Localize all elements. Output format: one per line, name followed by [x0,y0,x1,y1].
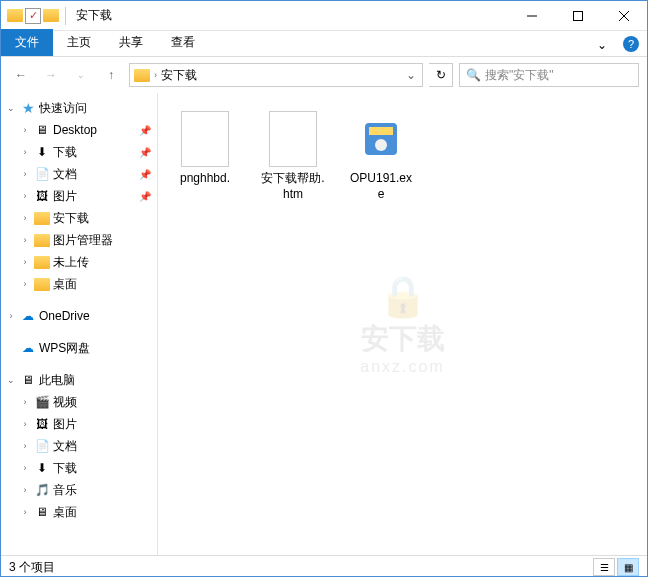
maximize-button[interactable] [555,1,601,31]
sidebar-item[interactable]: › 🎵 音乐 [1,479,157,501]
chevron-right-icon[interactable]: › [19,235,31,245]
chevron-right-icon[interactable]: › [19,397,31,407]
ribbon-tabs: 文件 主页 共享 查看 ⌄ ? [1,31,647,57]
back-button[interactable]: ← [9,63,33,87]
sidebar-item[interactable]: › 未上传 [1,251,157,273]
folder-icon [33,256,51,269]
statusbar: 3 个项目 ☰ ▦ [1,555,647,577]
sidebar-item[interactable]: › 📄 文档 [1,435,157,457]
file-name: pnghhbd. [180,171,230,187]
svg-rect-1 [574,11,583,20]
tab-home[interactable]: 主页 [53,29,105,56]
up-button[interactable]: ↑ [99,63,123,87]
chevron-right-icon[interactable]: › [19,441,31,451]
picture-icon: 🖼 [33,417,51,431]
help-icon[interactable]: ? [623,36,639,52]
folder-icon [33,212,51,225]
chevron-right-icon[interactable]: › [19,485,31,495]
file-name: 安下载帮助.htm [260,171,326,202]
pin-icon: 📌 [139,125,151,136]
chevron-right-icon[interactable]: › [19,463,31,473]
pin-icon: 📌 [139,191,151,202]
window-title: 安下载 [72,7,112,24]
document-icon: 📄 [33,167,51,181]
chevron-right-icon[interactable]: › [19,507,31,517]
sidebar-item[interactable]: › 安下载 [1,207,157,229]
chevron-right-icon[interactable]: › [19,213,31,223]
sidebar-item[interactable]: › 🎬 视频 [1,391,157,413]
sidebar-item[interactable]: › 桌面 [1,273,157,295]
desktop-icon: 🖥 [33,123,51,137]
sidebar-onedrive[interactable]: › ☁ OneDrive [1,305,157,327]
sidebar-item[interactable]: › 📄 文档 📌 [1,163,157,185]
pin-icon: 📌 [139,169,151,180]
ribbon-expand-icon[interactable]: ⌄ [589,34,615,56]
close-button[interactable] [601,1,647,31]
watermark: 🔒 安下载 anxz.com [360,273,444,376]
file-item[interactable]: pnghhbd. [168,107,242,206]
sidebar-item[interactable]: › 🖼 图片 📌 [1,185,157,207]
view-details-button[interactable]: ☰ [593,558,615,576]
file-icon [181,111,229,167]
desktop-icon: 🖥 [33,505,51,519]
file-view[interactable]: pnghhbd.安下载帮助.htmOPU191.exe 🔒 安下载 anxz.c… [158,93,647,555]
titlebar: ✓ 安下载 [1,1,647,31]
navbar: ← → ⌄ ↑ › 安下载 ⌄ ↻ 🔍 搜索"安下载" [1,57,647,93]
chevron-right-icon[interactable]: › [19,169,31,179]
sidebar-item[interactable]: › 图片管理器 [1,229,157,251]
picture-icon: 🖼 [33,189,51,203]
cloud-icon: ☁ [19,309,37,323]
tab-share[interactable]: 共享 [105,29,157,56]
item-count: 3 个项目 [9,559,55,576]
folder-icon[interactable] [7,9,23,22]
breadcrumb-segment[interactable]: 安下载 [157,67,201,84]
chevron-right-icon[interactable]: › [19,191,31,201]
cloud-icon: ☁ [19,341,37,355]
chevron-right-icon[interactable]: › [19,125,31,135]
sidebar-quickaccess[interactable]: ⌄ ★ 快速访问 [1,97,157,119]
chevron-right-icon[interactable]: › [5,311,17,321]
pc-icon: 🖥 [19,373,37,387]
search-input[interactable]: 🔍 搜索"安下载" [459,63,639,87]
chevron-down-icon[interactable]: ⌄ [5,103,17,113]
address-dropdown-icon[interactable]: ⌄ [400,68,422,82]
sidebar-item[interactable]: › 🖼 图片 [1,413,157,435]
tab-view[interactable]: 查看 [157,29,209,56]
chevron-right-icon[interactable]: › [19,257,31,267]
sidebar-item[interactable]: › ⬇ 下载 📌 [1,141,157,163]
forward-button[interactable]: → [39,63,63,87]
sidebar-item[interactable]: › 🖥 桌面 [1,501,157,523]
exe-icon [357,111,405,167]
file-item[interactable]: 安下载帮助.htm [256,107,330,206]
svg-rect-5 [369,127,393,135]
qat: ✓ 安下载 [1,7,118,25]
chevron-right-icon[interactable]: › [19,279,31,289]
minimize-button[interactable] [509,1,555,31]
file-item[interactable]: OPU191.exe [344,107,418,206]
svg-point-6 [375,139,387,151]
sidebar-item[interactable]: › ⬇ 下载 [1,457,157,479]
sidebar-item[interactable]: › 🖥 Desktop 📌 [1,119,157,141]
document-icon: 📄 [33,439,51,453]
view-icons-button[interactable]: ▦ [617,558,639,576]
sidebar-wps[interactable]: ☁ WPS网盘 [1,337,157,359]
properties-icon[interactable]: ✓ [25,8,41,24]
history-dropdown-icon[interactable]: ⌄ [69,63,93,87]
sidebar-thispc[interactable]: ⌄ 🖥 此电脑 [1,369,157,391]
video-icon: 🎬 [33,395,51,409]
address-bar[interactable]: › 安下载 ⌄ [129,63,423,87]
sidebar[interactable]: ⌄ ★ 快速访问 › 🖥 Desktop 📌› ⬇ 下载 📌› 📄 文档 📌› … [1,93,158,555]
folder-icon [33,234,51,247]
folder-icon[interactable] [43,9,59,22]
chevron-right-icon[interactable]: › [19,419,31,429]
tab-file[interactable]: 文件 [1,29,53,56]
file-icon [269,111,317,167]
folder-icon [134,69,150,82]
search-icon: 🔍 [466,68,481,82]
music-icon: 🎵 [33,483,51,497]
chevron-right-icon[interactable]: › [19,147,31,157]
chevron-down-icon[interactable]: ⌄ [5,375,17,385]
refresh-button[interactable]: ↻ [429,63,453,87]
file-name: OPU191.exe [348,171,414,202]
folder-icon [33,278,51,291]
